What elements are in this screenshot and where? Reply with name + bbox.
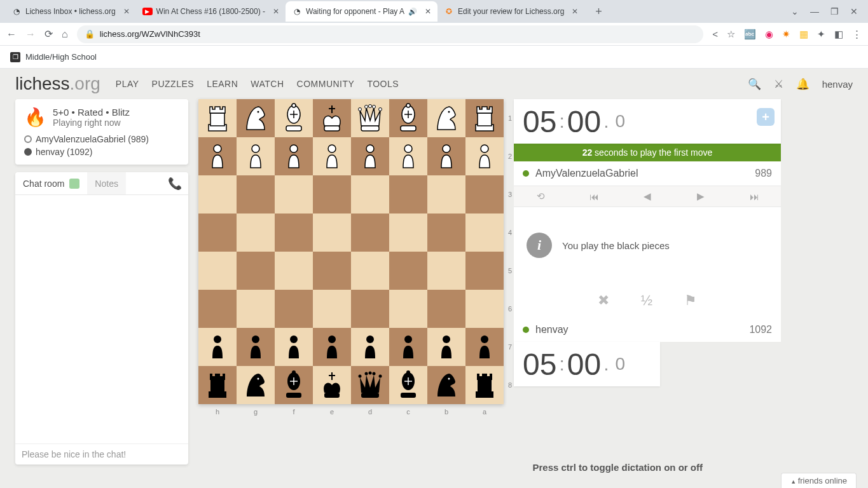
give-time-button[interactable]: +	[757, 108, 775, 126]
square[interactable]	[427, 99, 465, 137]
chat-input[interactable]: Please be nice in the chat!	[15, 444, 188, 464]
square[interactable]	[465, 252, 504, 290]
square[interactable]	[275, 290, 313, 328]
menu-icon[interactable]: ⋮	[852, 29, 862, 40]
square[interactable]	[351, 328, 389, 366]
nav-watch[interactable]: WATCH	[251, 79, 284, 89]
opponent-row[interactable]: AmyValenzuelaGabriel (989)	[24, 134, 179, 144]
next-move-icon[interactable]: ▶	[674, 186, 727, 207]
bell-icon[interactable]: 🔔	[796, 78, 809, 91]
chat-toggle[interactable]	[69, 179, 79, 189]
square[interactable]	[313, 99, 351, 137]
square[interactable]	[351, 214, 389, 252]
tab-review[interactable]: ✪Edit your review for Lichess.org✕	[437, 1, 584, 22]
square[interactable]	[389, 137, 427, 175]
challenge-icon[interactable]: ⚔	[774, 78, 783, 91]
square[interactable]	[237, 99, 275, 137]
forward-icon[interactable]: →	[25, 29, 36, 40]
square[interactable]	[465, 366, 504, 404]
square[interactable]	[351, 175, 389, 214]
square[interactable]	[351, 366, 389, 404]
square[interactable]	[237, 290, 275, 328]
square[interactable]	[313, 175, 351, 214]
square[interactable]	[465, 290, 504, 328]
square[interactable]	[427, 366, 465, 404]
maximize-icon[interactable]: ❐	[830, 6, 839, 17]
prev-move-icon[interactable]: ◀	[621, 186, 674, 207]
chess-board[interactable]	[198, 99, 504, 404]
square[interactable]	[389, 175, 427, 214]
resign-icon[interactable]: ⚑	[684, 292, 697, 309]
minimize-icon[interactable]: —	[810, 6, 819, 17]
square[interactable]	[198, 290, 237, 328]
draw-icon[interactable]: ½	[641, 292, 652, 309]
square[interactable]	[275, 137, 313, 175]
square[interactable]	[275, 214, 313, 252]
square[interactable]	[427, 175, 465, 214]
close-icon[interactable]: ✕	[572, 7, 578, 16]
nav-community[interactable]: COMMUNITY	[297, 79, 355, 89]
home-icon[interactable]: ⌂	[62, 29, 68, 40]
square[interactable]	[389, 99, 427, 137]
tab-current[interactable]: ◔Waiting for opponent - Play A🔊✕	[286, 1, 437, 22]
square[interactable]	[351, 137, 389, 175]
square[interactable]	[237, 175, 275, 214]
search-icon[interactable]: 🔍	[748, 78, 761, 91]
square[interactable]	[198, 366, 237, 404]
square[interactable]	[351, 252, 389, 290]
square[interactable]	[351, 290, 389, 328]
square[interactable]	[465, 328, 504, 366]
square[interactable]	[313, 252, 351, 290]
close-window-icon[interactable]: ✕	[850, 6, 858, 17]
square[interactable]	[198, 175, 237, 214]
self-name-row[interactable]: henvay 1092	[514, 318, 781, 342]
square[interactable]	[465, 99, 504, 137]
square[interactable]	[389, 252, 427, 290]
square[interactable]	[465, 175, 504, 214]
translate-icon[interactable]: 🔤	[744, 29, 756, 40]
url-bar[interactable]: 🔒 lichess.org/WZwVlNhC393t	[77, 25, 704, 43]
ext-icon[interactable]: ✷	[782, 29, 790, 40]
square[interactable]	[427, 328, 465, 366]
square[interactable]	[275, 328, 313, 366]
square[interactable]	[465, 137, 504, 175]
share-icon[interactable]: <	[712, 29, 718, 39]
square[interactable]	[465, 214, 504, 252]
opponent-name-row[interactable]: AmyValenzuelaGabriel 989	[514, 161, 781, 186]
square[interactable]	[275, 175, 313, 214]
square[interactable]	[389, 328, 427, 366]
square[interactable]	[237, 328, 275, 366]
bookmark-link[interactable]: Middle/High School	[25, 52, 97, 62]
square[interactable]	[198, 137, 237, 175]
last-move-icon[interactable]: ⏭	[727, 186, 781, 207]
square[interactable]	[313, 137, 351, 175]
back-icon[interactable]: ←	[6, 29, 17, 40]
sidepanel-icon[interactable]: ◧	[834, 29, 843, 40]
square[interactable]	[313, 366, 351, 404]
nav-puzzles[interactable]: PUZZLES	[152, 79, 195, 89]
square[interactable]	[427, 137, 465, 175]
square[interactable]	[237, 137, 275, 175]
abort-icon[interactable]: ✖	[598, 292, 609, 309]
close-icon[interactable]: ✕	[425, 7, 431, 16]
nav-play[interactable]: PLAY	[116, 79, 139, 89]
square[interactable]	[427, 214, 465, 252]
square[interactable]	[389, 214, 427, 252]
square[interactable]	[313, 328, 351, 366]
ext-icon[interactable]: ▦	[799, 29, 808, 40]
square[interactable]	[351, 99, 389, 137]
square[interactable]	[237, 214, 275, 252]
square[interactable]	[237, 366, 275, 404]
close-icon[interactable]: ✕	[273, 7, 279, 16]
square[interactable]	[389, 366, 427, 404]
square[interactable]	[198, 99, 237, 137]
site-logo[interactable]: lichess.org	[15, 74, 100, 94]
square[interactable]	[313, 214, 351, 252]
square[interactable]	[389, 290, 427, 328]
nav-tools[interactable]: TOOLS	[367, 79, 399, 89]
extensions-icon[interactable]: ✦	[817, 29, 825, 40]
new-tab-button[interactable]: +	[589, 3, 607, 20]
voice-icon[interactable]: 📞	[162, 177, 188, 191]
user-menu[interactable]: henvay	[822, 79, 853, 90]
square[interactable]	[275, 99, 313, 137]
